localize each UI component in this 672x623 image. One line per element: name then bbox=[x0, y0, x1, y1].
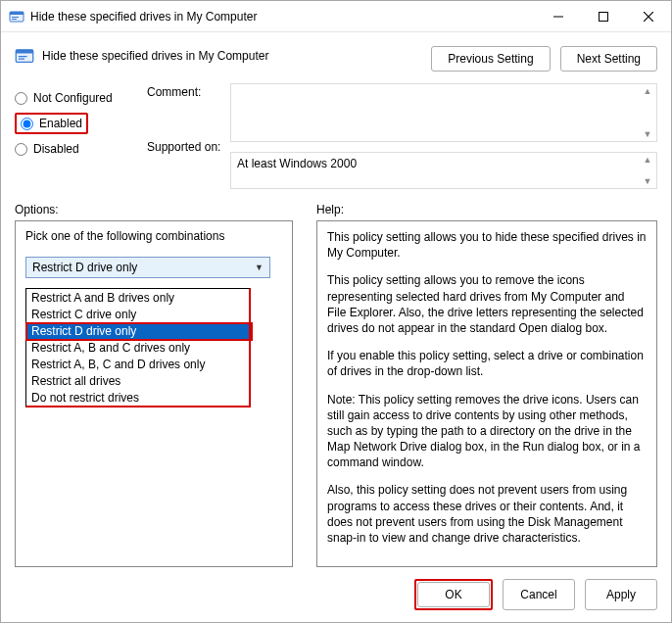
apply-button[interactable]: Apply bbox=[585, 579, 657, 610]
help-text: This policy setting allows you to remove… bbox=[327, 272, 647, 336]
supported-label: Supported on: bbox=[147, 138, 230, 154]
comment-label: Comment: bbox=[147, 83, 230, 138]
minimize-button[interactable] bbox=[536, 1, 581, 31]
footer: OK Cancel Apply bbox=[1, 567, 671, 622]
dropdown-option[interactable]: Do not restrict drives bbox=[26, 389, 249, 406]
scroll-down-icon[interactable]: ▼ bbox=[641, 176, 654, 186]
options-prompt: Pick one of the following combinations bbox=[25, 229, 282, 243]
svg-rect-5 bbox=[600, 12, 608, 21]
options-panel: Pick one of the following combinations R… bbox=[15, 220, 293, 567]
close-button[interactable] bbox=[626, 1, 671, 31]
next-setting-button[interactable]: Next Setting bbox=[560, 46, 657, 72]
svg-rect-1 bbox=[10, 12, 24, 15]
page-title: Hide these specified drives in My Comput… bbox=[42, 49, 268, 63]
section-labels: Options: Help: bbox=[1, 189, 671, 220]
policy-icon bbox=[15, 46, 34, 66]
help-text: This policy setting allows you to hide t… bbox=[327, 229, 647, 261]
radio-label: Not Configured bbox=[33, 91, 113, 105]
radio-label: Disabled bbox=[33, 142, 79, 156]
maximize-button[interactable] bbox=[581, 1, 626, 31]
dropdown-selected-value: Restrict D drive only bbox=[32, 261, 137, 274]
svg-rect-3 bbox=[12, 19, 17, 20]
chevron-down-icon: ▼ bbox=[255, 263, 264, 272]
options-label: Options: bbox=[15, 203, 293, 216]
policy-dialog-icon bbox=[9, 9, 24, 24]
svg-rect-11 bbox=[19, 59, 24, 60]
ok-button[interactable]: OK bbox=[417, 582, 490, 607]
config-area: Not Configured Enabled Disabled Comment:… bbox=[1, 77, 671, 189]
supported-on-text: At least Windows 2000 bbox=[237, 157, 357, 170]
help-text: Note: This policy setting removes the dr… bbox=[327, 392, 647, 471]
dropdown-option[interactable]: Restrict A, B and C drives only bbox=[26, 339, 249, 356]
radio-not-configured[interactable]: Not Configured bbox=[15, 85, 147, 111]
help-panel: This policy setting allows you to hide t… bbox=[316, 220, 657, 567]
svg-rect-2 bbox=[12, 17, 19, 18]
header-row: Hide these specified drives in My Comput… bbox=[1, 32, 671, 77]
dropdown-option[interactable]: Restrict C drive only bbox=[26, 306, 249, 322]
dropdown-option[interactable]: Restrict D drive only bbox=[26, 322, 249, 339]
previous-setting-button[interactable]: Previous Setting bbox=[431, 46, 550, 72]
help-text: If you enable this policy setting, selec… bbox=[327, 348, 647, 379]
state-radios: Not Configured Enabled Disabled bbox=[15, 83, 147, 189]
dropdown-option[interactable]: Restrict all drives bbox=[26, 372, 249, 389]
drive-restriction-dropdown[interactable]: Restrict D drive only ▼ bbox=[25, 257, 270, 278]
scroll-down-icon[interactable]: ▼ bbox=[641, 129, 654, 139]
radio-enabled[interactable]: Enabled bbox=[21, 117, 82, 130]
radio-label: Enabled bbox=[39, 117, 82, 130]
svg-rect-9 bbox=[16, 50, 33, 54]
help-label: Help: bbox=[316, 203, 344, 216]
help-text: Also, this policy setting does not preve… bbox=[327, 482, 647, 546]
scroll-up-icon[interactable]: ▲ bbox=[641, 155, 654, 165]
supported-on-field: At least Windows 2000 ▲ ▼ bbox=[230, 152, 657, 189]
cancel-button[interactable]: Cancel bbox=[503, 579, 575, 610]
dropdown-option[interactable]: Restrict A and B drives only bbox=[26, 289, 249, 306]
comment-field[interactable]: ▲ ▼ bbox=[230, 83, 657, 142]
radio-disabled[interactable]: Disabled bbox=[15, 136, 147, 162]
dropdown-option[interactable]: Restrict A, B, C and D drives only bbox=[26, 356, 249, 372]
svg-rect-10 bbox=[19, 56, 27, 57]
dropdown-listbox[interactable]: Restrict A and B drives onlyRestrict C d… bbox=[25, 288, 251, 407]
window-controls bbox=[536, 1, 671, 31]
window-title: Hide these specified drives in My Comput… bbox=[30, 10, 536, 24]
panels: Pick one of the following combinations R… bbox=[1, 220, 671, 567]
window: Hide these specified drives in My Comput… bbox=[0, 0, 672, 623]
titlebar: Hide these specified drives in My Comput… bbox=[1, 1, 671, 32]
scroll-up-icon[interactable]: ▲ bbox=[641, 86, 654, 96]
